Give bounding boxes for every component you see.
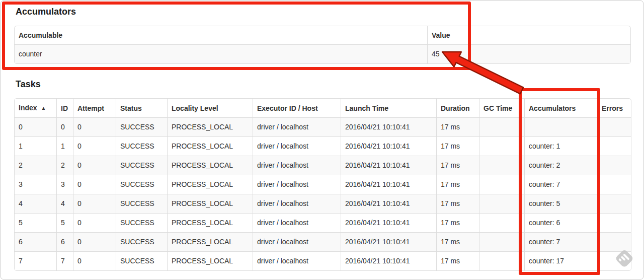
cell: driver / localhost xyxy=(253,175,341,194)
cell: 0 xyxy=(73,213,116,232)
column-header-status[interactable]: Status xyxy=(116,99,167,117)
cell: counter xyxy=(15,44,427,63)
cell xyxy=(479,136,524,156)
cell xyxy=(479,213,524,232)
cell: 17 ms xyxy=(436,232,479,251)
column-header-duration[interactable]: Duration xyxy=(436,99,479,117)
table-row: 550SUCCESSPROCESS_LOCALdriver / localhos… xyxy=(15,213,631,232)
cell: PROCESS_LOCAL xyxy=(167,156,253,175)
column-label: Index xyxy=(19,104,37,112)
table-row: 220SUCCESSPROCESS_LOCALdriver / localhos… xyxy=(15,156,631,175)
column-header-accumulators[interactable]: Accumulators xyxy=(524,99,597,117)
cell: 2 xyxy=(15,156,56,175)
column-header-attempt[interactable]: Attempt xyxy=(73,99,116,117)
cell: counter: 2 xyxy=(524,156,597,175)
column-label: Duration xyxy=(441,104,470,112)
column-label: Errors xyxy=(602,104,623,112)
spark-ui-window: Accumulators AccumulableValuecounter45 T… xyxy=(0,0,644,280)
cell: 17 ms xyxy=(436,213,479,232)
cell: 0 xyxy=(15,117,56,136)
accumulators-table: AccumulableValuecounter45 xyxy=(14,26,631,64)
cell: PROCESS_LOCAL xyxy=(167,213,253,232)
column-label: Status xyxy=(120,104,142,112)
cell: SUCCESS xyxy=(116,136,167,156)
cell xyxy=(479,232,524,251)
table-row: 330SUCCESSPROCESS_LOCALdriver / localhos… xyxy=(15,175,631,194)
cell xyxy=(479,194,524,213)
column-label: ID xyxy=(61,104,68,112)
cell: counter: 1 xyxy=(524,136,597,156)
header-row: AccumulableValue xyxy=(15,26,630,44)
cell: 3 xyxy=(15,175,56,194)
cell: counter: 7 xyxy=(524,232,597,251)
column-header-errors[interactable]: Errors xyxy=(597,99,631,117)
column-label: Locality Level xyxy=(172,104,218,112)
cell: SUCCESS xyxy=(116,156,167,175)
cell: counter: 5 xyxy=(524,194,597,213)
column-header-locality-level[interactable]: Locality Level xyxy=(167,99,253,117)
cell: counter: 17 xyxy=(524,251,597,270)
column-label: GC Time xyxy=(484,104,512,112)
cell: driver / localhost xyxy=(253,232,341,251)
cell: driver / localhost xyxy=(253,136,341,156)
cell: 2 xyxy=(56,156,73,175)
cell xyxy=(597,194,631,213)
cell: driver / localhost xyxy=(253,194,341,213)
accumulators-heading: Accumulators xyxy=(16,7,629,17)
cell: SUCCESS xyxy=(116,175,167,194)
cell xyxy=(597,136,631,156)
cell: 4 xyxy=(56,194,73,213)
column-label: Accumulable xyxy=(19,31,62,39)
cell: 6 xyxy=(56,232,73,251)
cell: 2016/04/21 10:10:41 xyxy=(341,117,436,136)
cell: SUCCESS xyxy=(116,251,167,270)
cell: driver / localhost xyxy=(253,156,341,175)
header-row: Index▲IDAttemptStatusLocality LevelExecu… xyxy=(15,99,631,117)
cell: 17 ms xyxy=(436,156,479,175)
cell: 0 xyxy=(73,136,116,156)
sort-asc-icon: ▲ xyxy=(41,105,46,111)
cell: PROCESS_LOCAL xyxy=(167,251,253,270)
cell: 7 xyxy=(15,251,56,270)
cell: 0 xyxy=(73,175,116,194)
cell: driver / localhost xyxy=(253,251,341,270)
tasks-heading: Tasks xyxy=(16,79,629,89)
column-header-value[interactable]: Value xyxy=(427,26,630,44)
cell: driver / localhost xyxy=(253,213,341,232)
table-row: 660SUCCESSPROCESS_LOCALdriver / localhos… xyxy=(15,232,631,251)
cell: PROCESS_LOCAL xyxy=(167,175,253,194)
cell: 0 xyxy=(73,251,116,270)
cell: 0 xyxy=(73,156,116,175)
column-label: Accumulators xyxy=(529,104,576,112)
column-header-executor-id-host[interactable]: Executor ID / Host xyxy=(253,99,341,117)
cell: 5 xyxy=(15,213,56,232)
cell: SUCCESS xyxy=(116,232,167,251)
column-header-accumulable[interactable]: Accumulable xyxy=(15,26,427,44)
cell: PROCESS_LOCAL xyxy=(167,117,253,136)
cell: 2016/04/21 10:10:41 xyxy=(341,194,436,213)
cell: 17 ms xyxy=(436,175,479,194)
table-row: 000SUCCESSPROCESS_LOCALdriver / localhos… xyxy=(15,117,631,136)
cell: PROCESS_LOCAL xyxy=(167,136,253,156)
column-header-index[interactable]: Index▲ xyxy=(15,99,56,117)
page-content: Accumulators AccumulableValuecounter45 T… xyxy=(1,1,643,271)
cell: driver / localhost xyxy=(253,117,341,136)
column-header-launch-time[interactable]: Launch Time xyxy=(341,99,436,117)
cell xyxy=(597,175,631,194)
cell: 3 xyxy=(56,175,73,194)
cell: counter: 7 xyxy=(524,175,597,194)
column-header-id[interactable]: ID xyxy=(56,99,73,117)
cell: 0 xyxy=(73,117,116,136)
column-label: Attempt xyxy=(77,104,104,112)
cell: SUCCESS xyxy=(116,194,167,213)
cell: SUCCESS xyxy=(116,213,167,232)
feedly-watermark-icon xyxy=(612,247,636,273)
cell: 0 xyxy=(73,194,116,213)
column-header-gc-time[interactable]: GC Time xyxy=(479,99,524,117)
column-label: Launch Time xyxy=(345,104,388,112)
cell: PROCESS_LOCAL xyxy=(167,194,253,213)
cell xyxy=(524,117,597,136)
cell: counter: 6 xyxy=(524,213,597,232)
cell: 4 xyxy=(15,194,56,213)
cell: 7 xyxy=(56,251,73,270)
